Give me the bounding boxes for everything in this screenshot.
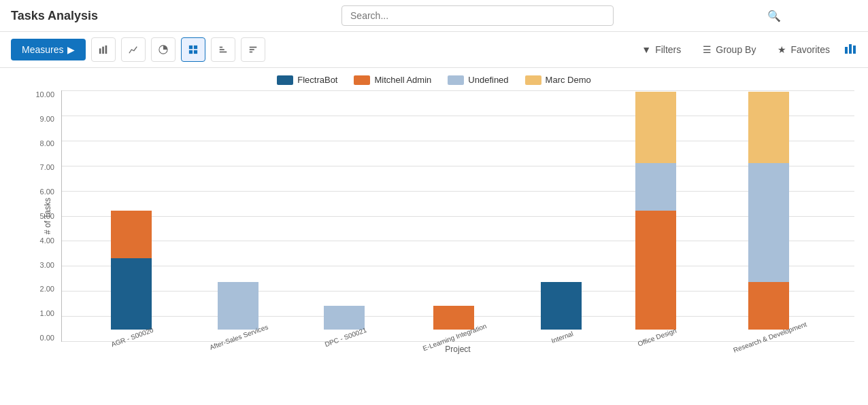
measures-button[interactable]: Measures ▶ [11, 39, 86, 60]
svg-rect-14 [845, 47, 848, 54]
legend-label: Marc Demo [546, 75, 591, 85]
svg-rect-15 [849, 44, 852, 54]
svg-rect-12 [250, 49, 254, 50]
y-tick: 0.00 [14, 334, 57, 342]
y-tick: 9.00 [14, 115, 57, 123]
svg-rect-5 [194, 46, 197, 49]
bar-chart-button[interactable] [91, 37, 116, 62]
pivot-button[interactable] [181, 37, 205, 62]
bar-segment [748, 163, 789, 282]
svg-rect-16 [853, 46, 856, 54]
y-tick: 7.00 [14, 163, 57, 171]
bar-group: Research & Development [730, 92, 807, 341]
sort-asc-button[interactable] [211, 37, 235, 62]
filter-icon: ▼ [641, 44, 651, 55]
bar-group: DPC - S00021 [322, 306, 366, 341]
bar-segment [324, 306, 365, 330]
bar-group: E-Learning Integration [420, 306, 487, 341]
y-axis-label: # of Tasks [43, 175, 52, 257]
bar-segment [111, 258, 152, 330]
y-tick: 3.00 [14, 261, 57, 269]
y-tick: 2.00 [14, 285, 57, 293]
group-by-button[interactable]: ☰ Group By [695, 40, 764, 59]
group-by-icon: ☰ [703, 44, 712, 55]
svg-rect-4 [189, 46, 193, 49]
page-title: Tasks Analysis [11, 9, 98, 23]
bar-segment [635, 92, 676, 163]
line-chart-button[interactable] [121, 37, 146, 62]
bar-group: Office Design [635, 92, 676, 341]
y-tick: 8.00 [14, 139, 57, 147]
search-container: 🔍 [98, 5, 857, 26]
measures-label: Measures [22, 44, 63, 55]
legend-item: Undefined [448, 75, 508, 85]
stacked-bar [324, 306, 365, 330]
svg-rect-10 [220, 47, 222, 48]
pie-chart-button[interactable] [151, 37, 176, 62]
chart-area: FlectraBotMitchell AdminUndefinedMarc De… [0, 68, 868, 398]
svg-rect-2 [105, 46, 107, 54]
star-icon: ★ [778, 44, 786, 55]
legend-label: FlectraBot [297, 75, 337, 85]
active-chart-icon[interactable] [844, 41, 857, 58]
legend-label: Mitchell Admin [374, 75, 431, 85]
svg-rect-13 [250, 52, 252, 53]
svg-rect-9 [220, 49, 224, 50]
bar-segment [218, 282, 258, 330]
legend-color [448, 75, 464, 85]
stacked-bar [111, 211, 152, 330]
y-tick: 1.00 [14, 309, 57, 317]
bar-group: Internal [541, 282, 582, 341]
group-by-label: Group By [716, 44, 756, 55]
toolbar: Measures ▶ ▼ Filters ☰ Group By ★ Favori… [0, 32, 868, 68]
filters-label: Filters [655, 44, 681, 55]
header: Tasks Analysis 🔍 [0, 0, 868, 32]
bar-segment [433, 306, 474, 330]
bar-segment [541, 282, 582, 330]
legend-item: Marc Demo [525, 75, 591, 85]
search-input[interactable] [341, 5, 614, 26]
stacked-bar [541, 282, 582, 330]
chart-legend: FlectraBotMitchell AdminUndefinedMarc De… [14, 75, 854, 85]
svg-rect-7 [194, 50, 197, 54]
stacked-bar [433, 306, 474, 330]
legend-item: FlectraBot [277, 75, 337, 85]
legend-color [525, 75, 541, 85]
bar-segment [635, 163, 676, 211]
legend-label: Undefined [468, 75, 508, 85]
svg-rect-8 [220, 52, 227, 53]
bar-group: AGR - S00020 [109, 211, 153, 341]
bar-group: After-Sales Services [207, 282, 269, 341]
sort-desc-button[interactable] [241, 37, 265, 62]
bar-segment [748, 282, 789, 330]
stacked-bar [218, 282, 258, 330]
search-button[interactable]: 🔍 [767, 10, 781, 22]
stacked-bar [748, 92, 789, 330]
filters-button[interactable]: ▼ Filters [633, 40, 689, 59]
bar-segment [748, 92, 789, 163]
bar-segment [635, 211, 676, 330]
y-tick: 10.00 [14, 90, 57, 99]
bar-label: Internal [550, 330, 574, 345]
svg-rect-6 [189, 50, 193, 54]
bar-segment [111, 211, 152, 258]
legend-color [354, 75, 370, 85]
legend-color [277, 75, 293, 85]
favorites-button[interactable]: ★ Favorites [769, 40, 838, 59]
favorites-label: Favorites [790, 44, 830, 55]
stacked-bar [635, 92, 676, 330]
legend-item: Mitchell Admin [354, 75, 431, 85]
svg-rect-0 [99, 48, 101, 54]
measures-arrow: ▶ [67, 44, 75, 55]
grid-line [62, 341, 854, 342]
svg-rect-11 [250, 47, 257, 48]
svg-rect-1 [103, 47, 105, 54]
